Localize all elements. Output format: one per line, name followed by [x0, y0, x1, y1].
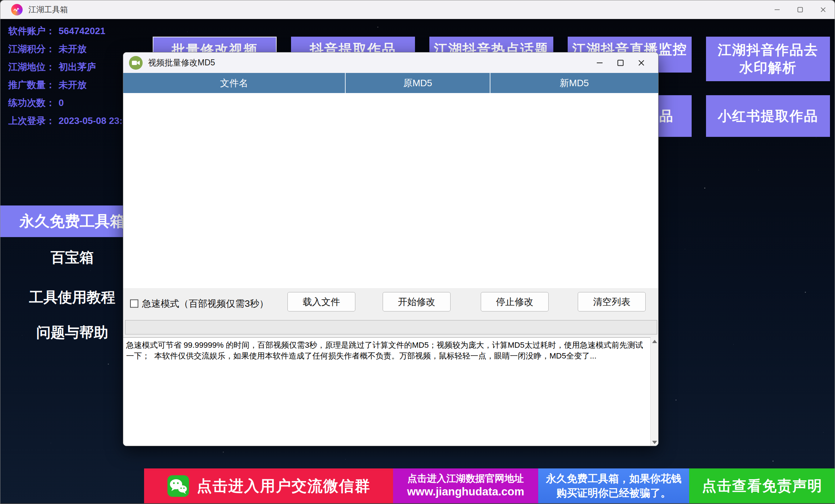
column-header-filename[interactable]: 文件名: [123, 73, 346, 93]
official-site-link[interactable]: 点击进入江湖数据官网地址 www.jianghudata.com: [393, 468, 538, 503]
sidebar-item-treasure-box[interactable]: 百宝箱: [0, 246, 144, 268]
sidebar-item-tutorials[interactable]: 工具使用教程: [0, 286, 144, 308]
app-background: 软件账户：564742021 江湖积分：未开放 江湖地位：初出茅庐 推广数量：未…: [0, 19, 835, 504]
account-line: 推广数量：未开放: [0, 76, 133, 94]
express-mode-label: 急速模式（百部视频仅需3秒）: [142, 297, 268, 310]
stop-modify-button[interactable]: 停止修改: [481, 292, 549, 311]
table-header-row: 文件名 原MD5 新MD5: [123, 73, 658, 93]
free-notice[interactable]: 永久免费工具箱，如果你花钱 购买证明你已经被骗了。: [538, 468, 689, 503]
start-modify-button[interactable]: 开始修改: [383, 292, 451, 311]
dialog-minimize-icon[interactable]: [589, 55, 610, 70]
maximize-icon[interactable]: [789, 0, 812, 19]
column-header-original-md5[interactable]: 原MD5: [346, 73, 490, 93]
dialog-maximize-icon[interactable]: [610, 55, 631, 70]
official-site-url: www.jianghudata.com: [407, 485, 524, 499]
dialog-close-icon[interactable]: [631, 55, 652, 70]
load-files-button[interactable]: 载入文件: [287, 292, 355, 311]
tool-button-douyin-watermark-removal[interactable]: 江湖抖音作品去水印解析: [706, 37, 830, 81]
md5-dialog: 视频批量修改MD5 文件名 原MD5 新MD5: [123, 52, 659, 446]
starfield-decoration: [0, 19, 1, 19]
footer-banner: 点击进入用户交流微信群 点击进入江湖数据官网地址 www.jianghudata…: [144, 468, 835, 503]
info-textarea[interactable]: 急速模式可节省 99.99999% 的时间，百部视频仅需3秒，原理是跳过了计算文…: [123, 337, 659, 446]
dialog-title: 视频批量修改MD5: [148, 57, 215, 68]
column-header-new-md5[interactable]: 新MD5: [490, 73, 658, 93]
dialog-controls-row: 急速模式（百部视频仅需3秒） 载入文件 开始修改 停止修改 清空列表: [123, 288, 658, 319]
disclaimer-link[interactable]: 点击查看免责声明: [689, 468, 835, 503]
free-notice-line2: 购买证明你已经被骗了。: [557, 486, 671, 500]
account-line: 练功次数：0: [0, 94, 133, 112]
scroll-down-icon[interactable]: [652, 441, 657, 444]
account-line: 上次登录：2023-05-08 23:56: [0, 112, 133, 130]
dialog-window-controls: [589, 55, 652, 70]
free-notice-line1: 永久免费工具箱，如果你花钱: [546, 472, 682, 486]
progress-bar: [125, 320, 657, 334]
file-list-area[interactable]: [123, 93, 658, 288]
scroll-up-icon[interactable]: [652, 340, 657, 343]
close-icon[interactable]: [812, 0, 835, 19]
dialog-titlebar[interactable]: 视频批量修改MD5: [123, 52, 658, 73]
app-titlebar[interactable]: 江湖工具箱: [0, 0, 835, 19]
video-camera-icon: [129, 56, 143, 70]
disclaimer-label: 点击查看免责声明: [702, 476, 823, 496]
app-title: 江湖工具箱: [28, 4, 68, 15]
minimize-icon[interactable]: [766, 0, 789, 19]
official-site-label: 点击进入江湖数据官网地址: [407, 473, 524, 485]
express-mode-option: 急速模式（百部视频仅需3秒）: [130, 297, 268, 310]
sidebar-item-help[interactable]: 问题与帮助: [0, 322, 144, 343]
tool-button-xiaohongshu-extract[interactable]: 小红书提取作品: [706, 95, 830, 137]
textarea-scrollbar[interactable]: [650, 337, 658, 446]
sidebar-item-free-toolbox[interactable]: 永久免费工具箱: [0, 205, 144, 237]
express-mode-checkbox[interactable]: [130, 299, 138, 308]
wechat-icon: [167, 475, 190, 498]
account-info-panel: 软件账户：564742021 江湖积分：未开放 江湖地位：初出茅庐 推广数量：未…: [0, 22, 133, 130]
app-logo-icon: [11, 4, 23, 15]
wechat-group-label: 点击进入用户交流微信群: [197, 476, 371, 496]
clear-list-button[interactable]: 清空列表: [578, 292, 646, 311]
wechat-group-link[interactable]: 点击进入用户交流微信群: [144, 468, 393, 503]
window-controls: [766, 0, 835, 19]
account-line: 江湖地位：初出茅庐: [0, 58, 133, 76]
app-window: 江湖工具箱 软件账户：564742021 江湖积分：未开放 江湖地位：初出茅庐 …: [0, 0, 835, 504]
account-line: 江湖积分：未开放: [0, 40, 133, 58]
account-line: 软件账户：564742021: [0, 22, 133, 40]
